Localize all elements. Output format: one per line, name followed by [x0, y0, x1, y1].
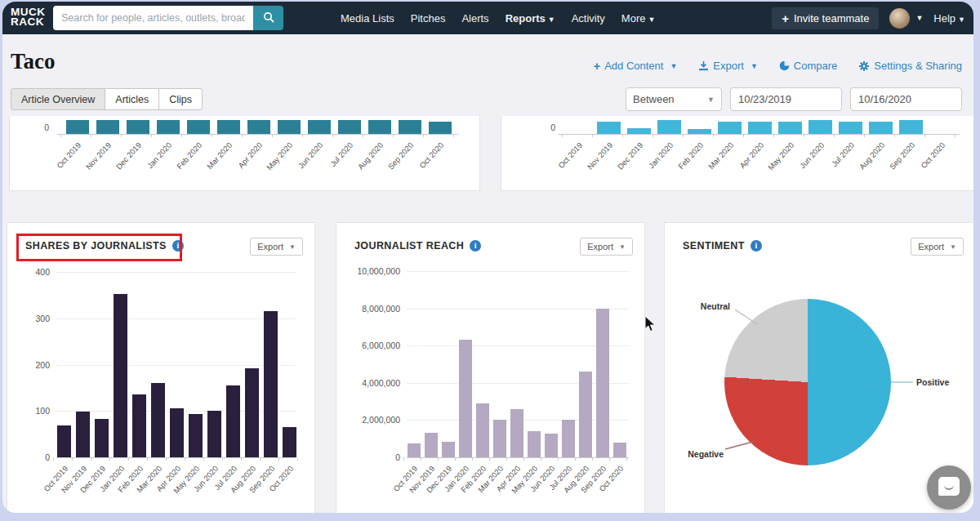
- bar: [207, 411, 221, 457]
- bar: [657, 120, 681, 134]
- y-axis-label: 100: [2, 406, 50, 416]
- info-icon[interactable]: i: [751, 240, 762, 252]
- bar: [899, 120, 923, 134]
- chevron-down-icon: ▼: [915, 14, 923, 22]
- chevron-down-icon: ▼: [548, 16, 555, 24]
- bar: [459, 340, 472, 457]
- bar: [748, 122, 772, 134]
- start-date-field[interactable]: [730, 87, 842, 111]
- bar: [493, 420, 506, 457]
- bar: [688, 129, 711, 134]
- header-actions: + Add Content ▼ Export ▼ Compare Setting…: [593, 59, 962, 73]
- y-axis-label: 0: [2, 452, 50, 462]
- bar: [869, 122, 893, 134]
- pie-label-neutral: Neutral: [671, 301, 730, 311]
- compare-button[interactable]: Compare: [779, 59, 837, 73]
- chevron-down-icon: ▼: [670, 62, 677, 70]
- tab-articles[interactable]: Articles: [105, 88, 159, 110]
- chevron-down-icon: ▼: [958, 16, 965, 24]
- nav-item-more[interactable]: More▼: [621, 12, 656, 24]
- bar: [57, 425, 71, 457]
- report-tabs: Article Overview Articles Clips: [11, 88, 203, 110]
- search-input[interactable]: [53, 6, 253, 30]
- sentiment-pie-chart: [724, 299, 891, 465]
- partial-chart-card-right: 0Oct 2019Nov 2019Dec 2019Jan 2020Feb 202…: [501, 116, 973, 191]
- bar: [718, 122, 742, 134]
- bar: [442, 442, 455, 457]
- bar: [562, 420, 575, 457]
- partial-chart-card-left: 0Oct 2019Nov 2019Dec 2019Jan 2020Feb 202…: [9, 116, 480, 191]
- y-axis-label: 6,000,000: [343, 341, 400, 350]
- tab-article-overview[interactable]: Article Overview: [11, 88, 105, 110]
- date-operator-select[interactable]: Between ▼: [626, 87, 722, 111]
- y-axis-label: 4,000,000: [343, 378, 400, 388]
- export-dropdown-button[interactable]: Export ▼: [580, 238, 633, 256]
- shares-by-journalists-card: SHARES BY JOURNALISTS i Export ▼ 4003002…: [7, 222, 315, 513]
- export-dropdown-button[interactable]: Export ▼: [911, 238, 964, 256]
- y-axis-label: 200: [2, 360, 50, 370]
- help-menu[interactable]: Help▼: [933, 12, 965, 24]
- bar: [132, 394, 146, 457]
- y-axis-label: 2,000,000: [343, 415, 400, 425]
- nav-item-media-lists[interactable]: Media Lists: [341, 12, 394, 24]
- y-axis-label: 8,000,000: [343, 304, 400, 314]
- pie-label-negative: Negative: [671, 449, 724, 459]
- nav-right: + Invite teammate ▼ Help▼: [772, 2, 965, 34]
- card-header: SENTIMENT i: [683, 240, 762, 252]
- nav-item-alerts[interactable]: Alerts: [461, 12, 488, 24]
- bar: [839, 122, 862, 134]
- bar: [278, 120, 301, 134]
- bar: [114, 294, 127, 457]
- search-button[interactable]: [253, 6, 283, 30]
- bar: [157, 120, 180, 134]
- card-title: SENTIMENT: [683, 240, 745, 252]
- invite-teammate-button[interactable]: + Invite teammate: [772, 7, 879, 29]
- page-title: Taco: [11, 49, 56, 74]
- nav-items: Media Lists Pitches Alerts Reports▼ Acti…: [341, 2, 655, 34]
- export-button[interactable]: Export ▼: [698, 59, 758, 73]
- bar: [408, 443, 421, 457]
- export-dropdown-button[interactable]: Export ▼: [250, 238, 303, 256]
- bar: [189, 414, 203, 457]
- bar: [528, 431, 541, 457]
- card-title: JOURNALIST REACH: [354, 240, 464, 252]
- bar: [545, 434, 558, 457]
- bar: [96, 120, 119, 134]
- info-icon[interactable]: i: [470, 240, 481, 252]
- bar: [247, 120, 270, 134]
- chevron-down-icon: ▼: [950, 243, 956, 251]
- nav-item-reports[interactable]: Reports▼: [506, 12, 555, 24]
- gear-icon: [858, 60, 870, 72]
- add-content-button[interactable]: + Add Content ▼: [593, 59, 677, 73]
- info-icon[interactable]: i: [172, 240, 184, 252]
- end-date-field[interactable]: [850, 87, 962, 111]
- top-navbar: MUCK RACK Media Lists Pitches Alerts Rep…: [2, 2, 973, 34]
- bar: [151, 383, 165, 457]
- nav-item-activity[interactable]: Activity: [572, 12, 605, 24]
- bar: [264, 311, 278, 457]
- bar: [245, 368, 259, 457]
- date-filters: Between ▼: [626, 87, 962, 111]
- bar: [597, 122, 621, 134]
- download-icon: [698, 60, 709, 71]
- chat-launcher-button[interactable]: [927, 465, 971, 510]
- settings-sharing-button[interactable]: Settings & Sharing: [858, 59, 962, 73]
- plus-icon: +: [593, 59, 600, 73]
- bar: [283, 427, 296, 457]
- y-axis-label: 10,000,000: [343, 266, 400, 276]
- journalist-reach-card: JOURNALIST REACH i Export ▼ 10,000,0008,…: [336, 222, 645, 513]
- muckrack-logo[interactable]: MUCK RACK: [11, 7, 46, 27]
- app-window: MUCK RACK Media Lists Pitches Alerts Rep…: [2, 2, 973, 513]
- bar: [338, 120, 361, 134]
- bar: [76, 412, 90, 457]
- nav-item-pitches[interactable]: Pitches: [411, 12, 446, 24]
- bar: [127, 120, 149, 134]
- tab-clips[interactable]: Clips: [158, 88, 203, 110]
- bar: [95, 419, 109, 457]
- global-search: [53, 6, 283, 30]
- bar: [429, 122, 452, 134]
- bar: [627, 128, 651, 134]
- user-menu[interactable]: ▼: [889, 8, 923, 29]
- chevron-down-icon: ▼: [648, 16, 655, 24]
- search-icon: [263, 11, 274, 25]
